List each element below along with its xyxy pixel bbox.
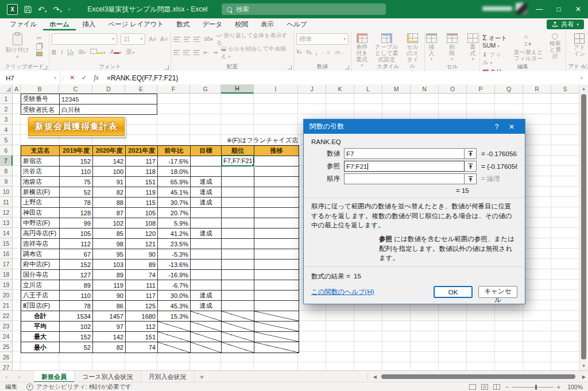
number-dialog-launcher[interactable] (345, 65, 349, 69)
table-cell[interactable]: 高円寺店(F) (21, 229, 60, 239)
table-cell[interactable] (254, 291, 299, 301)
horizontal-scroll-thumb[interactable] (381, 374, 575, 379)
table-cell[interactable]: 八王子店 (21, 291, 60, 301)
table-cell[interactable]: 99 (60, 218, 93, 229)
search-box[interactable]: 検索 (222, 3, 386, 15)
zoom-out-icon[interactable]: − (505, 384, 509, 390)
arg-input-number[interactable]: F7 (344, 148, 465, 159)
range-picker-icon[interactable] (465, 161, 477, 172)
column-header-G[interactable]: G (190, 84, 221, 94)
row-header-8[interactable]: 8 (0, 166, 13, 176)
table-cell[interactable] (222, 270, 254, 280)
table-cell[interactable]: 97 (93, 322, 126, 332)
table-cell[interactable]: 82 (93, 342, 126, 353)
excel-app-icon[interactable]: X (7, 4, 18, 15)
table-cell[interactable]: 75 (60, 177, 93, 187)
table-cell[interactable]: 立川店 (21, 280, 60, 291)
table-cell[interactable] (254, 311, 299, 322)
tab-ページ レイアウト[interactable]: ページ レイアウト (102, 18, 170, 30)
tab-数式[interactable]: 数式 (170, 18, 196, 30)
table-cell[interactable] (222, 208, 254, 218)
table-cell[interactable]: 最大 (21, 332, 60, 342)
formula-bar-splitter[interactable]: ⋮ (60, 71, 66, 84)
table-cell[interactable] (222, 198, 254, 208)
tab-ファイル[interactable]: ファイル (3, 18, 43, 30)
table-cell[interactable]: 新横店(F) (21, 187, 60, 198)
format-painter-icon[interactable] (36, 52, 42, 56)
table-cell[interactable]: 152 (60, 260, 93, 270)
zoom-in-icon[interactable]: + (557, 384, 560, 390)
table-cell[interactable]: -16.9% (158, 270, 191, 280)
addins-button[interactable]: アドイン (568, 33, 588, 57)
table-cell[interactable]: 15.3% (158, 311, 191, 322)
accessibility-status[interactable]: アクセシビリティ: 検討が必要です (26, 383, 131, 391)
table-cell[interactable] (254, 229, 299, 239)
table-cell[interactable]: 89 (93, 270, 126, 280)
table-cell[interactable] (222, 342, 254, 353)
function-help-link[interactable]: この関数のヘルプ(H) (311, 288, 374, 296)
undo-button[interactable]: ↶▾ (38, 6, 47, 13)
row-header-24[interactable]: 24 (0, 331, 13, 342)
row-header-15[interactable]: 15 (0, 238, 13, 249)
table-cell[interactable]: 78 (60, 301, 93, 311)
table-cell[interactable]: 新宿店 (21, 156, 60, 167)
table-cell[interactable]: 府中店(F) (21, 260, 60, 270)
table-cell[interactable]: 115 (126, 198, 158, 208)
table-cell[interactable]: 町田店(F) (21, 301, 60, 311)
zoom-level[interactable]: 100% (566, 384, 583, 390)
row-header-7[interactable]: 7 (0, 156, 13, 166)
table-header-cell[interactable]: 推移 (254, 146, 299, 156)
column-header-E[interactable]: E (125, 84, 157, 94)
align-left-icon[interactable] (173, 50, 180, 55)
table-cell[interactable]: 128 (60, 208, 93, 218)
prev-sheet-icon[interactable]: ‹ (0, 371, 13, 382)
row-header-6[interactable]: 6 (0, 145, 13, 156)
table-cell[interactable]: 121 (126, 239, 158, 249)
cut-icon[interactable]: ✂ (36, 34, 42, 42)
table-cell[interactable]: 117 (126, 291, 158, 301)
table-cell[interactable] (254, 156, 299, 167)
table-cell[interactable]: 45.3% (158, 301, 191, 311)
comma-format-icon[interactable]: , (315, 49, 317, 56)
table-cell[interactable]: 152 (60, 156, 93, 167)
table-cell[interactable]: 91 (93, 177, 126, 187)
table-cell[interactable]: 達成 (191, 187, 222, 198)
row-header-23[interactable]: 23 (0, 321, 13, 331)
table-cell[interactable]: 103 (93, 260, 126, 270)
table-cell[interactable]: 108 (126, 218, 158, 229)
scroll-up-icon[interactable]: ▲ (579, 84, 588, 93)
table-cell[interactable]: 105 (60, 229, 93, 239)
table-cell[interactable] (254, 342, 299, 353)
phonetic-guide-icon[interactable]: 亜▾ (126, 48, 135, 56)
table-cell[interactable]: 151 (126, 177, 158, 187)
column-header-O[interactable]: O (439, 84, 467, 94)
table-cell[interactable] (222, 218, 254, 229)
table-cell[interactable] (191, 322, 222, 332)
column-header-S[interactable]: S (551, 84, 579, 94)
table-cell[interactable]: 65.9% (158, 177, 191, 187)
table-header-cell[interactable]: 2019年度 (60, 146, 93, 156)
row-header-17[interactable]: 17 (0, 259, 13, 269)
share-button[interactable]: 共有 ▾ (547, 20, 584, 29)
table-cell[interactable] (158, 322, 191, 332)
table-cell[interactable] (254, 218, 299, 229)
table-cell[interactable]: 52 (60, 342, 93, 353)
align-center-icon[interactable] (183, 50, 189, 55)
table-cell[interactable]: 上野店 (21, 198, 60, 208)
table-cell[interactable]: 5.9% (158, 218, 191, 229)
table-cell[interactable]: 102 (60, 322, 93, 332)
table-cell[interactable]: -5.3% (158, 249, 191, 260)
column-header-I[interactable]: I (254, 84, 298, 94)
align-middle-icon[interactable] (184, 37, 191, 42)
ribbon-collapse-icon[interactable]: ˅ (583, 64, 586, 70)
table-cell[interactable]: 30.7% (158, 198, 191, 208)
row-header-21[interactable]: 21 (0, 300, 13, 311)
table-cell[interactable] (222, 311, 254, 322)
column-header-P[interactable]: P (467, 84, 495, 94)
row-header-25[interactable]: 25 (0, 342, 13, 352)
table-header-cell[interactable]: 支店名 (21, 146, 60, 156)
table-cell[interactable] (254, 167, 299, 177)
table-cell[interactable] (191, 332, 222, 342)
table-cell[interactable]: 85 (93, 229, 126, 239)
table-cell[interactable] (191, 260, 222, 270)
